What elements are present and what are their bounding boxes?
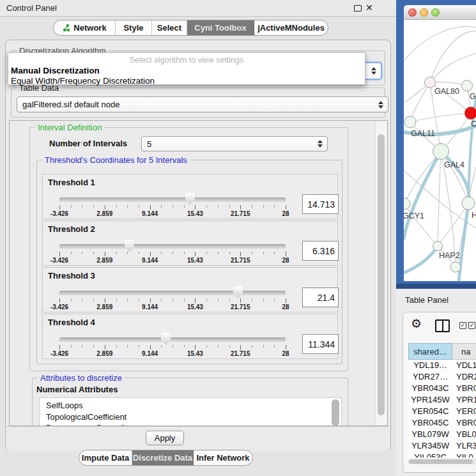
- number-of-intervals-combobox[interactable]: 5: [141, 136, 328, 151]
- tab-label: Select: [157, 23, 181, 33]
- column-header-name[interactable]: na: [452, 343, 476, 360]
- network-view[interactable]: GAL80GACGAL11GAL4GCY1HHAP2: [404, 20, 476, 281]
- thresholds-group: Threshold's Coordinates for 5 Intervals …: [36, 160, 342, 364]
- settings-scrollbar-thumb[interactable]: [378, 134, 385, 415]
- cell-shared-name: YDR27…: [408, 371, 452, 383]
- threshold-value-field[interactable]: 21.4: [302, 288, 339, 307]
- gear-icon[interactable]: ⚙: [411, 316, 422, 331]
- close-traffic-light-icon[interactable]: [408, 8, 417, 17]
- tab-label: jActiveMNodules: [257, 23, 325, 33]
- apply-button[interactable]: Apply: [146, 431, 184, 445]
- network-node-gcy1[interactable]: [404, 198, 410, 210]
- minimize-traffic-light-icon[interactable]: [420, 8, 428, 17]
- network-node-hap2[interactable]: [433, 242, 443, 251]
- table-horizontal-scrollbar[interactable]: [408, 459, 476, 464]
- attribute-list-item[interactable]: SelfLoops: [46, 400, 341, 411]
- slider-tick: [82, 298, 82, 301]
- table-row[interactable]: YIL053CYIL0: [408, 452, 476, 457]
- slider-tick: [82, 205, 82, 208]
- network-node-h[interactable]: [462, 197, 475, 210]
- slider-tick: [252, 298, 252, 301]
- threshold-slider-thumb[interactable]: [161, 333, 171, 345]
- attributes-scrollbar-thumb[interactable]: [332, 399, 339, 426]
- tab-network[interactable]: Network: [54, 20, 116, 35]
- tab-style[interactable]: Style: [116, 20, 152, 35]
- slider-tick: [59, 252, 60, 256]
- cell-shared-name: YBR043C: [408, 383, 452, 394]
- network-node-gal80[interactable]: [425, 77, 436, 88]
- dropdown-option-equal-width-frequency[interactable]: Equal Width/Frequency Discretization: [11, 76, 155, 86]
- zoom-traffic-light-icon[interactable]: [431, 8, 440, 17]
- network-node[interactable]: [450, 262, 461, 272]
- threshold-slider-thumb[interactable]: [125, 240, 134, 252]
- table-row[interactable]: YER054CYER0: [408, 406, 476, 417]
- column-header-shared-name[interactable]: shared…: [408, 343, 452, 360]
- slider-tick: [195, 345, 196, 349]
- close-icon[interactable]: ✕: [365, 3, 373, 13]
- dropdown-option-manual-discretization[interactable]: Manual Discretization: [11, 66, 100, 75]
- network-node-label: GAL80: [434, 87, 459, 96]
- threshold-value-field[interactable]: 6.316: [302, 241, 339, 261]
- threshold-value-field[interactable]: 11.344: [302, 334, 339, 354]
- cell-shared-name: YPR145W: [408, 394, 452, 406]
- cell-name: YBR0: [452, 383, 476, 394]
- network-window-titlebar: [404, 5, 476, 20]
- threshold-slider-track[interactable]: [59, 244, 286, 249]
- tab-discretize-data[interactable]: Discretize Data: [132, 450, 194, 465]
- settings-scrollbar[interactable]: [375, 121, 387, 425]
- table-row[interactable]: YBL079WYBL0: [408, 429, 476, 440]
- split-columns-icon[interactable]: [435, 319, 450, 332]
- tab-impute-data[interactable]: Impute Data: [79, 450, 132, 465]
- threshold-slider-track[interactable]: [59, 197, 286, 202]
- tab-label: Network: [73, 23, 106, 33]
- slider-tick: [71, 252, 72, 254]
- cell-shared-name: YDL19…: [408, 360, 452, 371]
- slider-tick: [139, 205, 139, 208]
- table-row[interactable]: YDR27…YDR2: [408, 371, 476, 383]
- network-node-label: GAL4: [444, 160, 464, 169]
- tab-jactivemnodules[interactable]: jActiveMNodules: [254, 20, 328, 35]
- tab-select[interactable]: Select: [152, 20, 187, 35]
- threshold-value-field[interactable]: 14.713: [302, 194, 339, 214]
- slider-tick: [59, 345, 60, 349]
- numerical-attributes-list[interactable]: SelfLoopsTopologicalCoefficientBetweenne…: [39, 397, 342, 426]
- float-window-icon[interactable]: [354, 5, 362, 12]
- network-node-gal4[interactable]: [433, 144, 449, 160]
- attribute-list-item[interactable]: TopologicalCoefficient: [46, 411, 341, 423]
- network-node-gal11[interactable]: [404, 116, 416, 128]
- slider-tick: [184, 205, 185, 208]
- network-node-c[interactable]: [464, 107, 476, 119]
- table-row[interactable]: YLR345WYLR3: [408, 440, 476, 452]
- threshold-slider-track[interactable]: [59, 291, 286, 295]
- threshold-slider-track[interactable]: [59, 337, 286, 342]
- slider-tick: [274, 252, 275, 254]
- tab-infer-network[interactable]: Infer Network: [194, 450, 252, 465]
- slider-tick: [139, 298, 139, 301]
- threshold-panel-2: Threshold 2-3.4262.8599.14415.4321.71528…: [42, 220, 338, 266]
- network-node-ga[interactable]: [462, 81, 473, 91]
- table-row[interactable]: YDL19…YDL1: [408, 360, 476, 371]
- threshold-panel-1: Threshold 1-3.4262.8599.14415.4321.71528…: [42, 174, 338, 219]
- network-icon: [62, 24, 70, 32]
- threshold-slider-thumb[interactable]: [233, 286, 243, 298]
- table-row[interactable]: YBR043CYBR0: [408, 383, 476, 394]
- tab-cyni-toolbox[interactable]: Cyni Toolbox: [187, 20, 254, 35]
- slider-tick: [150, 345, 151, 349]
- number-of-intervals-label: Number of Intervals: [49, 139, 127, 148]
- table-horizontal-scrollbar-thumb[interactable]: [409, 459, 473, 464]
- table-row[interactable]: YBR045CYBR0: [408, 417, 476, 429]
- checkbox-icon[interactable]: ✓: [468, 322, 475, 329]
- tab-label: Impute Data: [82, 453, 129, 463]
- table-data-combobox[interactable]: galFiltered.sif default node: [17, 96, 388, 112]
- threshold-slider-thumb[interactable]: [185, 193, 195, 205]
- checkbox-icon[interactable]: ✓: [459, 322, 466, 329]
- tab-label: Cyni Toolbox: [194, 23, 246, 33]
- slider-tick: [173, 252, 173, 254]
- slider-tick-label: 2.859: [86, 210, 124, 217]
- combobox-stepper-icon: [371, 67, 376, 75]
- slider-tick: [93, 345, 94, 348]
- tab-label: Discretize Data: [133, 453, 192, 463]
- slider-tick-label: 9.144: [131, 350, 169, 357]
- table-row[interactable]: YPR145WYPR1: [408, 394, 476, 406]
- slider-tick: [116, 298, 117, 301]
